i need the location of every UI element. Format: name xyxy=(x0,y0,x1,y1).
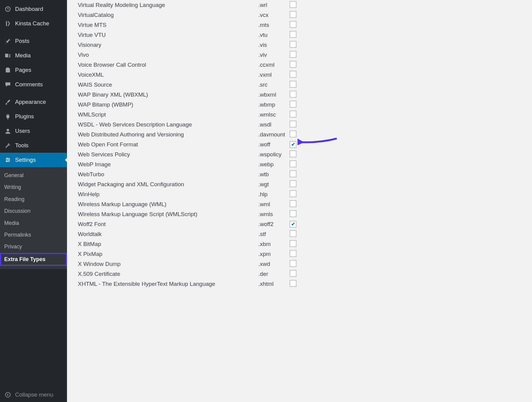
file-type-checkbox[interactable] xyxy=(290,280,296,287)
file-type-row: WMLScript.wmlsc xyxy=(78,110,532,120)
menu-item-plugins[interactable]: Plugins xyxy=(0,109,67,124)
menu-item-settings[interactable]: Settings xyxy=(0,153,67,167)
file-type-checkbox[interactable] xyxy=(290,101,296,107)
file-type-checkbox[interactable] xyxy=(290,210,296,217)
menu-section-top: Dashboard Kinsta Cache Posts Media xyxy=(0,0,67,269)
file-type-name: X.509 Certificate xyxy=(78,271,258,277)
menu-item-users[interactable]: Users xyxy=(0,124,67,138)
file-type-checkbox[interactable] xyxy=(290,51,296,58)
file-type-checkbox[interactable] xyxy=(290,31,296,38)
menu-item-posts[interactable]: Posts xyxy=(0,34,67,48)
file-type-checkbox[interactable] xyxy=(290,260,296,267)
file-type-checkbox[interactable] xyxy=(290,91,296,97)
file-type-checkbox[interactable] xyxy=(290,270,296,277)
file-type-name: WebTurbo xyxy=(78,171,258,177)
file-type-checkbox[interactable] xyxy=(290,41,296,48)
file-type-ext: .davmount xyxy=(258,132,290,137)
menu-label: Settings xyxy=(15,157,36,163)
file-type-checkbox[interactable] xyxy=(290,11,296,18)
submenu-item-discussion[interactable]: Discussion xyxy=(0,205,67,217)
file-type-row: Widget Packaging and XML Configuration.w… xyxy=(78,179,532,189)
file-type-name: Worldtalk xyxy=(78,231,258,237)
file-type-row: WebTurbo.wtb xyxy=(78,169,532,179)
file-type-checkbox[interactable] xyxy=(290,141,296,148)
file-type-checkbox[interactable] xyxy=(290,240,296,247)
file-type-row: Wireless Markup Language Script (WMLScri… xyxy=(78,209,532,219)
file-type-checkbox[interactable] xyxy=(290,71,296,78)
file-type-checkbox[interactable] xyxy=(290,21,296,28)
menu-label: Kinsta Cache xyxy=(15,20,49,27)
file-type-checkbox[interactable] xyxy=(290,151,296,157)
plug-icon xyxy=(4,113,12,120)
file-type-checkbox[interactable] xyxy=(290,61,296,68)
file-type-checkbox[interactable] xyxy=(290,161,296,167)
file-type-checkbox-cell xyxy=(290,41,296,49)
menu-item-tools[interactable]: Tools xyxy=(0,138,67,153)
submenu-item-reading[interactable]: Reading xyxy=(0,193,67,205)
wrench-icon xyxy=(4,142,12,149)
file-type-name: Web Open Font Format xyxy=(78,142,258,147)
main-content: Virtual Reality Modeling Language.wrlVir… xyxy=(67,0,532,402)
file-type-checkbox-cell xyxy=(290,31,296,39)
file-type-row: X PixMap.xpm xyxy=(78,249,532,259)
submenu-item-media[interactable]: Media xyxy=(0,217,67,229)
file-type-checkbox-cell xyxy=(290,131,296,138)
comment-icon xyxy=(4,81,12,88)
file-type-checkbox-cell xyxy=(290,210,296,218)
file-type-checkbox[interactable] xyxy=(290,111,296,117)
kinsta-icon xyxy=(4,20,12,27)
file-type-name: X BitMap xyxy=(78,241,258,247)
file-type-ext: .woff xyxy=(258,142,290,147)
file-type-ext: .wbmp xyxy=(258,102,290,107)
menu-item-media[interactable]: Media xyxy=(0,48,67,63)
file-type-checkbox[interactable] xyxy=(290,200,296,207)
file-type-name: Virtue MTS xyxy=(78,22,258,28)
file-type-row: WAP Binary XML (WBXML).wbxml xyxy=(78,90,532,100)
submenu-item-writing[interactable]: Writing xyxy=(0,181,67,193)
file-type-row: Web Services Policy.wspolicy xyxy=(78,149,532,159)
file-type-row: Wireless Markup Language (WML).wml xyxy=(78,199,532,209)
menu-separator xyxy=(0,92,67,95)
file-type-checkbox-cell xyxy=(290,280,296,288)
file-type-checkbox[interactable] xyxy=(290,250,296,257)
file-type-checkbox-cell xyxy=(290,230,296,238)
file-type-checkbox[interactable] xyxy=(290,1,296,8)
file-type-row: Worldtalk.stf xyxy=(78,229,532,239)
file-type-ext: .wspolicy xyxy=(258,152,290,157)
submenu-item-extra-file-types[interactable]: Extra File Types xyxy=(0,253,67,266)
file-type-checkbox-cell xyxy=(290,141,296,148)
file-type-checkbox-cell xyxy=(290,111,296,118)
submenu-item-permalinks[interactable]: Permalinks xyxy=(0,229,67,241)
menu-item-pages[interactable]: Pages xyxy=(0,63,67,77)
submenu-item-privacy[interactable]: Privacy xyxy=(0,241,67,253)
file-type-checkbox[interactable] xyxy=(290,190,296,197)
file-type-checkbox-cell xyxy=(290,250,296,258)
menu-item-appearance[interactable]: Appearance xyxy=(0,95,67,109)
file-type-checkbox-cell xyxy=(290,61,296,69)
file-type-checkbox[interactable] xyxy=(290,131,296,137)
file-type-checkbox[interactable] xyxy=(290,180,296,187)
submenu-item-general[interactable]: General xyxy=(0,170,67,181)
file-type-checkbox[interactable] xyxy=(290,230,296,237)
menu-item-comments[interactable]: Comments xyxy=(0,77,67,92)
file-type-ext: .hlp xyxy=(258,191,290,197)
file-type-checkbox-cell xyxy=(290,221,296,228)
file-type-row: Visionary.vis xyxy=(78,40,532,50)
menu-item-dashboard[interactable]: Dashboard xyxy=(0,2,67,16)
file-type-checkbox-cell xyxy=(290,161,296,168)
file-type-checkbox[interactable] xyxy=(290,81,296,88)
file-type-ext: .vtu xyxy=(258,32,290,38)
file-type-checkbox[interactable] xyxy=(290,171,296,177)
menu-item-kinsta-cache[interactable]: Kinsta Cache xyxy=(0,16,67,31)
file-type-checkbox[interactable] xyxy=(290,121,296,127)
file-type-checkbox[interactable] xyxy=(290,221,296,228)
file-type-name: X PixMap xyxy=(78,251,258,257)
file-type-ext: .xpm xyxy=(258,251,290,257)
file-type-ext: .xhtml xyxy=(258,281,290,287)
file-type-checkbox-cell xyxy=(290,1,296,9)
file-type-ext: .wmlsc xyxy=(258,112,290,117)
collapse-menu-button[interactable]: Collapse menu xyxy=(0,388,67,402)
file-type-checkbox-cell xyxy=(290,240,296,248)
admin-sidebar: Dashboard Kinsta Cache Posts Media xyxy=(0,0,67,402)
file-type-ext: .wrl xyxy=(258,2,290,8)
